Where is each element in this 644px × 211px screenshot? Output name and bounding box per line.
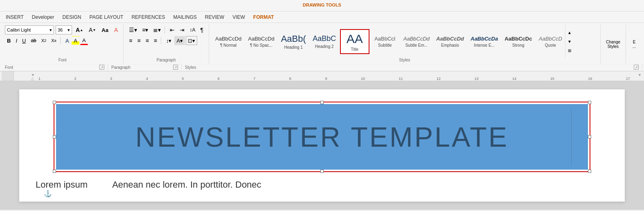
italic-btn[interactable]: I xyxy=(14,36,19,45)
font-expander[interactable]: ↗ xyxy=(99,65,104,70)
increase-indent-btn[interactable]: ⇥ xyxy=(178,25,187,34)
document-page: NEWSLETTER TEMPLATE ⚓ Lorem ipsum Aenean… xyxy=(19,89,625,202)
styles-expand[interactable]: ⊞ xyxy=(567,46,572,55)
style-nospace-preview: AaBbCcDd xyxy=(248,36,274,42)
style-heading1[interactable]: AaBb( Heading 1 xyxy=(278,32,309,52)
styles-scroll-down[interactable]: ▼ xyxy=(566,37,573,46)
styles-group-footer: Styles ↗ xyxy=(182,64,642,70)
style-h1-preview: AaBb( xyxy=(281,34,306,44)
align-right-btn[interactable]: ≡ xyxy=(144,36,151,45)
clear-format-btn[interactable]: A xyxy=(112,25,120,34)
justify-btn[interactable]: ≡ xyxy=(152,36,159,45)
handle-middle-left[interactable] xyxy=(53,135,56,138)
paragraph-group: ☰▾ ≡▾ ≣▾ ⇤ ⇥ ↕A ¶ ≡ ≡ ≡ ≡ ↕▾ A▾ xyxy=(124,25,209,64)
handle-middle-right[interactable] xyxy=(588,135,591,138)
borders-btn[interactable]: ⊡▾ xyxy=(186,36,197,45)
menu-design[interactable]: DESIGN xyxy=(59,13,86,22)
decrease-font-btn[interactable]: A▼ xyxy=(87,25,98,34)
style-quote-label: Quote xyxy=(545,43,556,48)
show-formatting-btn[interactable]: ¶ xyxy=(198,25,205,34)
style-intense-emphasis[interactable]: AaBbCcDa Intense E... xyxy=(468,34,501,50)
style-normal[interactable]: AaBbCcDd ¶ Normal xyxy=(212,34,244,50)
increase-font-btn[interactable]: A▲ xyxy=(74,25,85,34)
align-center-btn[interactable]: ≡ xyxy=(135,36,142,45)
style-emphasis[interactable]: AaBbCcDd Emphasis xyxy=(433,34,467,50)
text-highlight-btn[interactable]: A xyxy=(72,36,79,45)
menu-insert[interactable]: INSERT xyxy=(2,13,28,22)
font-group: Calibri Light ▾ 36 ▾ A▲ A▼ Aa A B I U xyxy=(2,25,124,64)
menu-bar: INSERT Developer DESIGN PAGE LAYOUT REFE… xyxy=(0,11,644,23)
change-styles-btn[interactable]: ChangeStyles xyxy=(604,38,622,51)
paragraph-footer-label: Paragraph xyxy=(111,65,131,70)
menu-developer[interactable]: Developer xyxy=(28,13,59,22)
styles-scroll-up[interactable]: ▲ xyxy=(566,28,573,37)
strikethrough-btn[interactable]: ab xyxy=(29,36,38,45)
shading-btn[interactable]: A▾ xyxy=(174,36,185,45)
ruler: ▼ △ ▼ 1 2 3 4 5 6 7 8 9 10 11 12 13 14 1… xyxy=(0,71,644,81)
paragraph-expander[interactable]: ↗ xyxy=(173,65,178,70)
newsletter-textbox[interactable]: NEWSLETTER TEMPLATE xyxy=(56,104,588,170)
font-name-dropdown-icon: ▾ xyxy=(50,27,52,33)
textbox-selection[interactable]: NEWSLETTER TEMPLATE xyxy=(54,102,590,172)
font-size-selector[interactable]: 36 ▾ xyxy=(56,25,72,34)
style-nospace[interactable]: AaBbCcDd ¶ No Spac... xyxy=(245,34,277,50)
style-strong-preview: AaBbCcDc xyxy=(504,36,532,42)
menu-references[interactable]: REFERENCES xyxy=(127,13,169,22)
multilevel-btn[interactable]: ≣▾ xyxy=(151,25,163,34)
style-subtitle-preview: AaBbCcI xyxy=(374,36,395,42)
styles-footer-label: Styles xyxy=(185,65,196,70)
style-quote[interactable]: AaBbCcD Quote xyxy=(536,34,565,50)
font-group-footer: Font ↗ xyxy=(2,64,108,70)
style-title[interactable]: AA Title xyxy=(340,29,369,54)
font-group-label: Font xyxy=(5,57,120,63)
line-spacing-btn[interactable]: ↕▾ xyxy=(164,36,174,45)
bottom-left-text: Lorem ipsum xyxy=(36,179,88,190)
text-effects-btn[interactable]: A xyxy=(63,36,71,45)
style-normal-preview: AaBbCcDd xyxy=(215,36,241,42)
bold-btn[interactable]: B xyxy=(5,36,13,45)
menu-format[interactable]: FORMAT xyxy=(249,13,278,22)
change-case-btn[interactable]: Aa xyxy=(99,25,110,34)
menu-view[interactable]: VIEW xyxy=(228,13,249,22)
font-name-value: Calibri Light xyxy=(7,27,31,32)
handle-top-left[interactable] xyxy=(53,101,56,104)
font-name-selector[interactable]: Calibri Light ▾ xyxy=(5,25,54,34)
styles-group-label: Styles xyxy=(212,58,597,63)
bottom-right-text: Aenean nec lorem. In porttitor. Donec xyxy=(112,179,261,190)
editing-btn[interactable]: E... xyxy=(629,38,639,51)
handle-bottom-left[interactable] xyxy=(53,170,56,173)
menu-review[interactable]: REVIEW xyxy=(201,13,228,22)
font-size-dropdown-icon: ▾ xyxy=(68,27,70,33)
handle-top-middle[interactable] xyxy=(320,101,324,104)
font-color-btn[interactable]: A xyxy=(80,36,88,45)
bottom-content: Lorem ipsum Aenean nec lorem. In porttit… xyxy=(27,176,617,193)
menu-page-layout[interactable]: PAGE LAYOUT xyxy=(86,13,128,22)
superscript-btn[interactable]: Xa xyxy=(49,36,58,45)
handle-bottom-right[interactable] xyxy=(588,170,591,173)
font-footer-label: Font xyxy=(5,65,13,70)
style-h2-preview: AaBbC xyxy=(313,34,336,43)
decrease-indent-btn[interactable]: ⇤ xyxy=(168,25,177,34)
bullets-btn[interactable]: ☰▾ xyxy=(127,25,139,34)
style-emphasis-label: Emphasis xyxy=(441,43,459,48)
underline-btn[interactable]: U xyxy=(20,36,28,45)
handle-top-right[interactable] xyxy=(588,101,591,104)
menu-mailings[interactable]: MAILINGS xyxy=(169,13,200,22)
style-intense-em-label: Intense E... xyxy=(474,43,495,48)
style-subtle-emphasis[interactable]: AaBbCcDd Subtle Em... xyxy=(401,34,432,50)
styles-expander[interactable]: ↗ xyxy=(634,65,639,70)
handle-bottom-middle[interactable] xyxy=(320,170,324,173)
newsletter-title[interactable]: NEWSLETTER TEMPLATE xyxy=(135,121,509,153)
sort-btn[interactable]: ↕A xyxy=(187,25,197,34)
font-size-value: 36 xyxy=(58,27,63,32)
style-strong[interactable]: AaBbCcDc Strong xyxy=(502,34,535,50)
paragraph-group-label: Paragraph xyxy=(127,57,205,63)
style-emphasis-preview: AaBbCcDd xyxy=(436,36,464,42)
numbering-btn[interactable]: ≡▾ xyxy=(140,25,150,34)
align-left-btn[interactable]: ≡ xyxy=(127,36,134,45)
textbox-wrapper: NEWSLETTER TEMPLATE xyxy=(27,102,617,172)
style-title-preview: AA xyxy=(347,32,363,46)
style-subtitle[interactable]: AaBbCcI Subtitle xyxy=(370,34,400,50)
style-heading2[interactable]: AaBbC Heading 2 xyxy=(310,32,339,51)
subscript-btn[interactable]: X2 xyxy=(39,36,48,45)
